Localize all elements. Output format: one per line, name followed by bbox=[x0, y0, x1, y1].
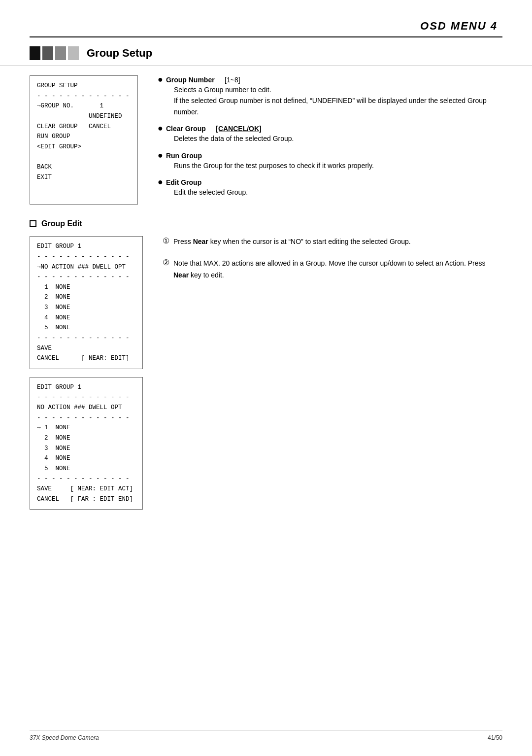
text-edit-group: Edit the selected Group. bbox=[174, 187, 248, 198]
eg1-row5: 5 NONE bbox=[37, 323, 135, 333]
eg2-row5: 5 NONE bbox=[37, 464, 135, 474]
eg1-no-action: →NO ACTION ### DWELL OPT bbox=[37, 262, 135, 273]
osd-line-run-group: RUN GROUP bbox=[37, 132, 131, 142]
step-desc-col: ① Press Near key when the cursor is at “… bbox=[163, 236, 502, 510]
color-block-4 bbox=[68, 46, 79, 60]
label-group-number: Group Number bbox=[166, 76, 215, 84]
label-run-group: Run Group bbox=[166, 152, 202, 160]
page-container: OSD MENU 4 Group Setup GROUP SETUP - - -… bbox=[0, 0, 532, 756]
eg1-row3: 3 NONE bbox=[37, 303, 135, 313]
label-clear-group: Clear Group bbox=[166, 125, 206, 133]
eg1-cancel: CANCEL [ NEAR: EDIT] bbox=[37, 353, 135, 364]
eg2-save: SAVE [ NEAR: EDIT ACT] bbox=[37, 484, 135, 494]
bracket-clear-group: [CANCEL/OK] bbox=[216, 125, 262, 133]
group-edit-row: EDIT GROUP 1 - - - - - - - - - - - - - →… bbox=[30, 236, 502, 510]
text-clear-group: Deletes the data of the selected Group. bbox=[174, 133, 294, 144]
step-2: ② Note that MAX. 20 actions are allowed … bbox=[163, 258, 502, 281]
osd-line-1: GROUP SETUP bbox=[37, 81, 131, 91]
footer-camera-name: 37X Speed Dome Camera bbox=[30, 734, 99, 741]
osd-line-undefined: UNDEFINED bbox=[37, 111, 131, 122]
osd-line-edit-group: <EDIT GROUP> bbox=[37, 142, 131, 152]
subsection-title-row: Group Edit bbox=[30, 219, 502, 228]
eg1-row1: 1 NONE bbox=[37, 282, 135, 293]
desc-run-group: ● Run Group Runs the Group for the test … bbox=[158, 151, 502, 171]
eg1-div3: - - - - - - - - - - - - - bbox=[37, 333, 135, 344]
group-edit-title: Group Edit bbox=[41, 219, 82, 228]
footer: 37X Speed Dome Camera 41/50 bbox=[30, 730, 502, 741]
osd-line-back: BACK bbox=[37, 162, 131, 172]
eg2-line1: EDIT GROUP 1 bbox=[37, 382, 135, 393]
text-run-group: Runs the Group for the test purposes to … bbox=[174, 160, 374, 171]
osd-boxes-col: EDIT GROUP 1 - - - - - - - - - - - - - →… bbox=[30, 236, 143, 510]
color-block-3 bbox=[55, 46, 66, 60]
color-block-2 bbox=[42, 46, 53, 60]
eg2-row4: 4 NONE bbox=[37, 453, 135, 464]
osd-line-clear-group: CLEAR GROUP CANCEL bbox=[37, 122, 131, 132]
eg1-save: SAVE bbox=[37, 344, 135, 354]
bullet-clear-group: ● bbox=[158, 123, 163, 134]
eg1-div1: - - - - - - - - - - - - - bbox=[37, 252, 135, 262]
checkbox-icon bbox=[30, 220, 36, 227]
osd-menu-title: OSD MENU 4 bbox=[420, 20, 498, 32]
section-title-row: Group Setup bbox=[0, 37, 532, 66]
osd-line-blank1 bbox=[37, 152, 131, 162]
color-blocks bbox=[30, 46, 79, 60]
bracket-group-number: [1~8] bbox=[225, 76, 240, 84]
step-text-1: Press Near key when the cursor is at “NO… bbox=[173, 236, 411, 248]
step-num-1: ① bbox=[163, 236, 169, 245]
osd-edit-group-box1: EDIT GROUP 1 - - - - - - - - - - - - - →… bbox=[30, 236, 143, 369]
group-setup-row: GROUP SETUP - - - - - - - - - - - - - →G… bbox=[30, 75, 502, 205]
color-block-1 bbox=[30, 46, 40, 60]
near-key-1: Near bbox=[193, 238, 208, 245]
main-content: GROUP SETUP - - - - - - - - - - - - - →G… bbox=[0, 75, 532, 510]
desc-column: ● Group Number [1~8] Selects a Group num… bbox=[158, 75, 502, 205]
desc-run-group-content: Run Group Runs the Group for the test pu… bbox=[166, 151, 374, 171]
eg1-div2: - - - - - - - - - - - - - bbox=[37, 272, 135, 282]
desc-group-number: ● Group Number [1~8] Selects a Group num… bbox=[158, 75, 502, 117]
section-title: Group Setup bbox=[87, 47, 152, 60]
step-1: ① Press Near key when the cursor is at “… bbox=[163, 236, 502, 248]
eg1-line1: EDIT GROUP 1 bbox=[37, 241, 135, 252]
eg1-row2: 2 NONE bbox=[37, 292, 135, 303]
osd-line-div1: - - - - - - - - - - - - - bbox=[37, 91, 131, 102]
desc-clear-group-content: Clear Group [CANCEL/OK] Deletes the data… bbox=[166, 124, 294, 144]
text-group-number: Selects a Group number to edit. If the s… bbox=[174, 84, 502, 117]
group-edit-section: Group Edit EDIT GROUP 1 - - - - - - - - … bbox=[30, 219, 502, 510]
eg2-div1: - - - - - - - - - - - - - bbox=[37, 392, 135, 403]
eg2-no-action: NO ACTION ### DWELL OPT bbox=[37, 403, 135, 413]
eg2-row2: 2 NONE bbox=[37, 433, 135, 444]
desc-edit-group-content: Edit Group Edit the selected Group. bbox=[166, 178, 248, 198]
osd-line-group-no: →GROUP NO. 1 bbox=[37, 101, 131, 111]
label-edit-group: Edit Group bbox=[166, 178, 201, 186]
eg2-row1: → 1 NONE bbox=[37, 423, 135, 433]
bullet-edit-group: ● bbox=[158, 177, 163, 187]
near-key-2: Near bbox=[173, 271, 189, 279]
desc-clear-group: ● Clear Group [CANCEL/OK] Deletes the da… bbox=[158, 124, 502, 144]
eg2-div3: - - - - - - - - - - - - - bbox=[37, 474, 135, 484]
desc-edit-group: ● Edit Group Edit the selected Group. bbox=[158, 178, 502, 198]
bullet-run-group: ● bbox=[158, 150, 163, 161]
eg2-cancel: CANCEL [ FAR : EDIT END] bbox=[37, 494, 135, 505]
eg1-row4: 4 NONE bbox=[37, 313, 135, 323]
eg2-row3: 3 NONE bbox=[37, 444, 135, 454]
footer-page-number: 41/50 bbox=[488, 734, 502, 741]
osd-line-exit: EXIT bbox=[37, 172, 131, 183]
osd-group-setup-box: GROUP SETUP - - - - - - - - - - - - - →G… bbox=[30, 75, 138, 205]
desc-group-number-content: Group Number [1~8] Selects a Group numbe… bbox=[166, 75, 502, 117]
osd-edit-group-box2: EDIT GROUP 1 - - - - - - - - - - - - - N… bbox=[30, 377, 143, 510]
step-num-2: ② bbox=[163, 258, 169, 267]
eg2-div2: - - - - - - - - - - - - - bbox=[37, 413, 135, 423]
header-area: OSD MENU 4 bbox=[0, 0, 532, 33]
step-text-2: Note that MAX. 20 actions are allowed in… bbox=[173, 258, 502, 281]
bullet-group-number: ● bbox=[158, 74, 163, 85]
